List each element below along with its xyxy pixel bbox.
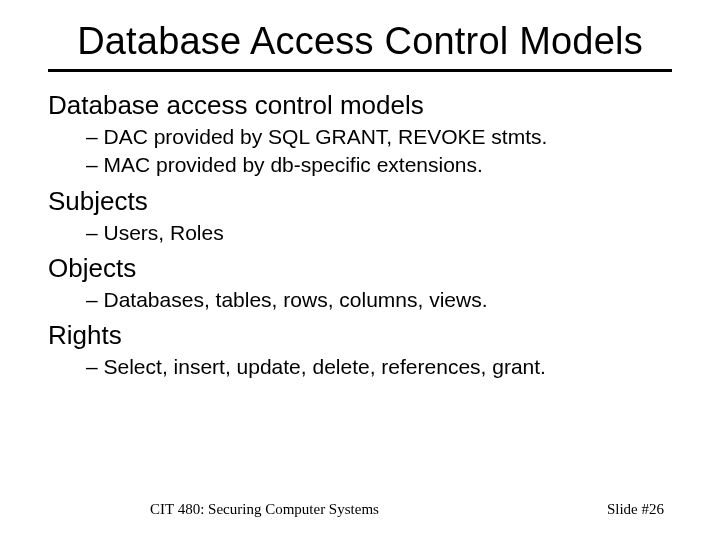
slide-title: Database Access Control Models	[48, 20, 672, 72]
section-heading: Objects	[48, 253, 672, 284]
list-item: Databases, tables, rows, columns, views.	[86, 286, 672, 314]
slide: Database Access Control Models Database …	[0, 0, 720, 540]
section-heading: Database access control models	[48, 90, 672, 121]
section-rights: Rights Select, insert, update, delete, r…	[48, 320, 672, 381]
bullet-list: Select, insert, update, delete, referenc…	[48, 353, 672, 381]
bullet-list: Databases, tables, rows, columns, views.	[48, 286, 672, 314]
bullet-list: DAC provided by SQL GRANT, REVOKE stmts.…	[48, 123, 672, 180]
footer-course: CIT 480: Securing Computer Systems	[150, 501, 379, 518]
list-item: MAC provided by db-specific extensions.	[86, 151, 672, 179]
list-item: Users, Roles	[86, 219, 672, 247]
section-subjects: Subjects Users, Roles	[48, 186, 672, 247]
section-heading: Rights	[48, 320, 672, 351]
section-acm: Database access control models DAC provi…	[48, 90, 672, 180]
list-item: DAC provided by SQL GRANT, REVOKE stmts.	[86, 123, 672, 151]
section-heading: Subjects	[48, 186, 672, 217]
list-item: Select, insert, update, delete, referenc…	[86, 353, 672, 381]
bullet-list: Users, Roles	[48, 219, 672, 247]
slide-footer: CIT 480: Securing Computer Systems Slide…	[0, 501, 720, 518]
section-objects: Objects Databases, tables, rows, columns…	[48, 253, 672, 314]
footer-slide-number: Slide #26	[607, 501, 664, 518]
